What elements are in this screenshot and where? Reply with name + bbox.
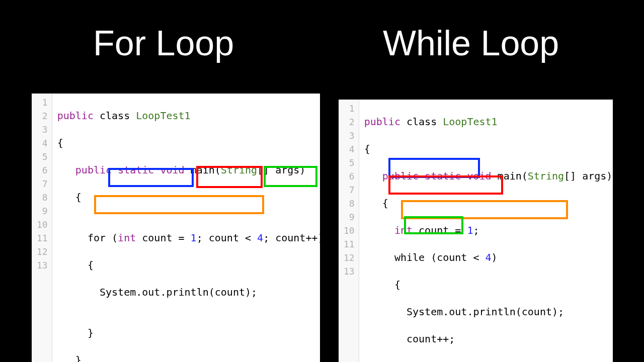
code-line: for (int count = 1; count < 4; count++)	[57, 231, 324, 245]
while-loop-panel: 1 2 3 4 5 6 7 8 9 10 11 12 13 public cla…	[339, 100, 613, 362]
line-number: 11	[37, 231, 48, 245]
line-number: 10	[37, 218, 48, 231]
code-line: while (count < 4)	[364, 251, 613, 264]
highlight-init-right	[388, 158, 480, 178]
line-number: 4	[37, 136, 48, 150]
highlight-cond-left	[196, 166, 263, 188]
highlight-cond-right	[388, 175, 503, 195]
code-line: }	[364, 359, 613, 362]
source-code: public class LoopTest1 { public static v…	[52, 94, 329, 362]
code-line: {	[364, 142, 613, 156]
line-number: 7	[37, 177, 48, 191]
code-line: {	[57, 258, 324, 272]
while-loop-code: 1 2 3 4 5 6 7 8 9 10 11 12 13 public cla…	[339, 100, 613, 362]
for-loop-code: 1 2 3 4 5 6 7 8 9 10 11 12 13 public cla…	[32, 94, 320, 362]
line-number: 12	[344, 251, 355, 264]
line-number: 10	[344, 224, 355, 237]
code-line: System.out.println(count);	[364, 305, 613, 319]
code-line: public class LoopTest1	[57, 109, 324, 123]
line-number: 5	[344, 156, 355, 169]
line-number: 4	[344, 142, 355, 156]
line-gutter: 1 2 3 4 5 6 7 8 9 10 11 12 13	[32, 94, 52, 362]
line-number: 8	[344, 197, 355, 210]
line-number: 3	[37, 123, 48, 136]
code-line: {	[57, 136, 324, 150]
line-number: 3	[344, 129, 355, 142]
line-number: 7	[344, 183, 355, 197]
line-number: 13	[37, 258, 48, 272]
highlight-update-right	[404, 216, 463, 234]
line-number: 9	[344, 210, 355, 224]
source-code: public class LoopTest1 { public static v…	[359, 100, 618, 362]
line-number: 2	[37, 109, 48, 123]
line-number: 13	[344, 264, 355, 278]
code-line: public class LoopTest1	[364, 115, 613, 129]
code-line: count++;	[364, 332, 613, 346]
highlight-init-left	[108, 168, 194, 187]
line-number: 8	[37, 191, 48, 204]
code-line: }	[57, 326, 324, 340]
line-number: 6	[37, 163, 48, 177]
highlight-body-left	[94, 195, 264, 214]
line-number: 12	[37, 245, 48, 258]
code-line: }	[57, 353, 324, 362]
line-number: 11	[344, 237, 355, 251]
code-line: {	[364, 278, 613, 292]
for-loop-panel: 1 2 3 4 5 6 7 8 9 10 11 12 13 public cla…	[32, 94, 320, 362]
line-number: 1	[344, 102, 355, 115]
title-while-loop: While Loop	[383, 23, 559, 63]
highlight-update-left	[264, 166, 317, 187]
line-number: 6	[344, 169, 355, 183]
line-gutter: 1 2 3 4 5 6 7 8 9 10 11 12 13	[339, 100, 359, 362]
title-for-loop: For Loop	[93, 23, 234, 63]
line-number: 2	[344, 115, 355, 129]
line-number: 1	[37, 96, 48, 109]
code-line: int count = 1;	[364, 224, 613, 237]
line-number: 5	[37, 150, 48, 163]
line-number: 9	[37, 204, 48, 218]
code-line: System.out.println(count);	[57, 286, 324, 299]
